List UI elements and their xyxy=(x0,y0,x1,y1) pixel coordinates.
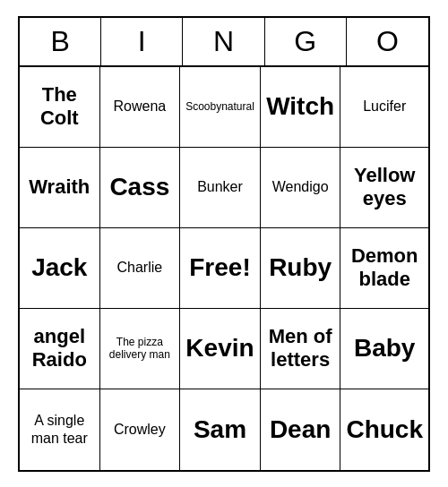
cell-text: A single man tear xyxy=(25,412,94,446)
cell-text: Rowena xyxy=(113,98,166,115)
cell-text: The Colt xyxy=(25,83,94,131)
bingo-cell[interactable]: Dean xyxy=(261,389,341,470)
bingo-header: BINGO xyxy=(20,18,428,67)
bingo-cell[interactable]: Baby xyxy=(340,309,428,389)
bingo-cell[interactable]: Crowley xyxy=(100,389,181,470)
cell-text: Bunker xyxy=(197,178,243,195)
bingo-cell[interactable]: Wendigo xyxy=(261,148,341,228)
header-letter: B xyxy=(20,18,101,65)
bingo-cell[interactable]: Rowena xyxy=(100,67,181,148)
cell-text: Scoobynatural xyxy=(185,100,254,113)
cell-text: Yellow eyes xyxy=(346,164,423,211)
cell-text: Ruby xyxy=(269,252,332,283)
cell-text: Wraith xyxy=(29,175,90,199)
bingo-cell[interactable]: Ruby xyxy=(261,228,341,309)
bingo-card: BINGO The ColtRowenaScoobynaturalWitchLu… xyxy=(18,16,430,472)
cell-text: Dean xyxy=(270,414,331,445)
bingo-cell[interactable]: The Colt xyxy=(20,67,100,148)
cell-text: Jack xyxy=(31,252,87,283)
bingo-cell[interactable]: Yellow eyes xyxy=(340,148,428,228)
bingo-cell[interactable]: Demon blade xyxy=(340,228,428,309)
header-letter: I xyxy=(101,18,183,65)
bingo-cell[interactable]: Wraith xyxy=(20,148,100,228)
bingo-cell[interactable]: Bunker xyxy=(180,148,261,228)
bingo-cell[interactable]: A single man tear xyxy=(20,389,100,470)
cell-text: Cass xyxy=(109,172,169,202)
bingo-cell[interactable]: Jack xyxy=(20,228,100,309)
bingo-cell[interactable]: Witch xyxy=(261,67,341,148)
cell-text: Free! xyxy=(189,252,250,283)
cell-text: The pizza delivery man xyxy=(106,336,175,362)
bingo-cell[interactable]: angel Raido xyxy=(20,309,100,389)
bingo-cell[interactable]: Sam xyxy=(180,389,261,470)
header-letter: N xyxy=(183,18,264,65)
cell-text: angel Raido xyxy=(25,325,94,372)
cell-text: Sam xyxy=(194,414,246,445)
bingo-grid: The ColtRowenaScoobynaturalWitchLuciferW… xyxy=(20,67,428,470)
cell-text: Baby xyxy=(354,333,415,363)
bingo-cell[interactable]: Kevin xyxy=(180,309,261,389)
cell-text: Charlie xyxy=(117,259,163,276)
cell-text: Demon blade xyxy=(346,244,423,292)
cell-text: Men of letters xyxy=(266,325,335,372)
cell-text: Lucifer xyxy=(363,98,406,115)
cell-text: Wendigo xyxy=(272,178,329,195)
bingo-cell[interactable]: Charlie xyxy=(100,228,181,309)
bingo-cell[interactable]: Free! xyxy=(180,228,261,309)
bingo-cell[interactable]: Scoobynatural xyxy=(180,67,261,148)
cell-text: Crowley xyxy=(114,421,166,438)
header-letter: G xyxy=(265,18,347,65)
bingo-cell[interactable]: Chuck xyxy=(340,389,428,470)
cell-text: Kevin xyxy=(185,333,254,363)
bingo-cell[interactable]: The pizza delivery man xyxy=(100,309,181,389)
bingo-cell[interactable]: Cass xyxy=(100,148,181,228)
bingo-cell[interactable]: Men of letters xyxy=(261,309,341,389)
cell-text: Chuck xyxy=(346,414,423,445)
bingo-cell[interactable]: Lucifer xyxy=(340,67,428,148)
cell-text: Witch xyxy=(266,91,334,122)
header-letter: O xyxy=(347,18,428,65)
